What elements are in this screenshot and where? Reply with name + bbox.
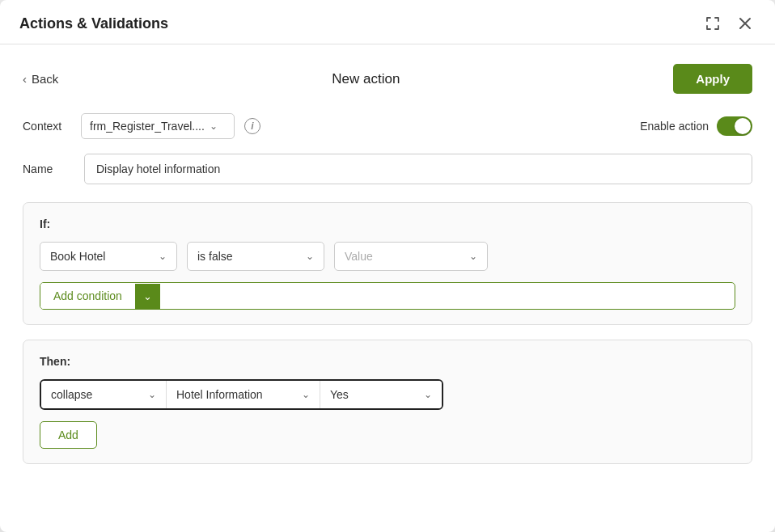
then-action-value: collapse	[51, 388, 92, 401]
then-target-value: Hotel Information	[176, 388, 263, 401]
modal: Actions & Validations ‹ Back New actio	[0, 0, 775, 532]
page-title: New action	[332, 71, 400, 87]
context-dropdown[interactable]: frm_Register_Travel.... ⌄	[81, 113, 235, 139]
condition-row: Book Hotel ⌄ is false ⌄ Value ⌄	[40, 242, 735, 271]
add-button[interactable]: Add	[40, 421, 97, 449]
field-chevron-icon: ⌄	[159, 251, 167, 262]
then-action-chevron-icon: ⌄	[148, 389, 156, 400]
if-section: If: Book Hotel ⌄ is false ⌄ Value ⌄ Add …	[23, 202, 752, 325]
close-icon[interactable]	[735, 15, 756, 32]
back-button[interactable]: ‹ Back	[23, 72, 58, 86]
modal-title: Actions & Validations	[19, 15, 168, 32]
operator-dropdown[interactable]: is false ⌄	[187, 242, 324, 271]
then-value-dropdown[interactable]: Yes ⌄	[320, 381, 442, 408]
title-bar: Actions & Validations	[0, 0, 775, 44]
value-placeholder: Value	[345, 250, 373, 263]
name-input[interactable]	[84, 154, 752, 184]
title-icons	[702, 15, 756, 32]
modal-content: ‹ Back New action Apply Context frm_Regi…	[0, 44, 775, 532]
operator-chevron-icon: ⌄	[306, 251, 314, 262]
if-label: If:	[40, 217, 735, 230]
enable-action-row: Enable action	[640, 116, 752, 136]
name-row: Name	[23, 154, 752, 184]
context-value: frm_Register_Travel....	[90, 120, 205, 133]
context-row: Context frm_Register_Travel.... ⌄ i Enab…	[23, 113, 752, 139]
action-header: ‹ Back New action Apply	[23, 64, 752, 94]
add-condition-button[interactable]: Add condition ⌄	[40, 282, 735, 310]
value-dropdown[interactable]: Value ⌄	[334, 242, 488, 271]
field-dropdown[interactable]: Book Hotel ⌄	[40, 242, 177, 271]
action-title-wrapper: New action	[58, 71, 673, 87]
back-arrow: ‹	[23, 72, 27, 86]
then-label: Then:	[40, 355, 735, 368]
then-row: collapse ⌄ Hotel Information ⌄ Yes ⌄	[40, 379, 735, 410]
then-value-value: Yes	[330, 388, 349, 401]
add-condition-label: Add condition	[40, 283, 135, 309]
add-condition-chevron-icon: ⌄	[135, 284, 160, 309]
info-icon: i	[244, 118, 260, 134]
context-chevron-icon: ⌄	[210, 120, 218, 132]
value-chevron-icon: ⌄	[469, 251, 477, 262]
name-label: Name	[23, 163, 71, 175]
then-value-chevron-icon: ⌄	[424, 389, 432, 400]
then-section: Then: collapse ⌄ Hotel Information ⌄ Yes…	[23, 340, 752, 464]
then-row-wrapper: collapse ⌄ Hotel Information ⌄ Yes ⌄	[40, 379, 443, 410]
then-target-chevron-icon: ⌄	[302, 389, 310, 400]
back-label: Back	[32, 72, 58, 86]
apply-button[interactable]: Apply	[673, 64, 752, 94]
then-action-dropdown[interactable]: collapse ⌄	[41, 381, 167, 408]
field-value: Book Hotel	[50, 250, 105, 263]
context-label: Context	[23, 120, 71, 133]
operator-value: is false	[197, 250, 233, 263]
then-target-dropdown[interactable]: Hotel Information ⌄	[167, 381, 320, 408]
enable-action-toggle[interactable]	[717, 116, 752, 136]
expand-icon[interactable]	[702, 15, 723, 32]
toggle-knob	[735, 118, 751, 134]
enable-action-label: Enable action	[640, 120, 709, 133]
